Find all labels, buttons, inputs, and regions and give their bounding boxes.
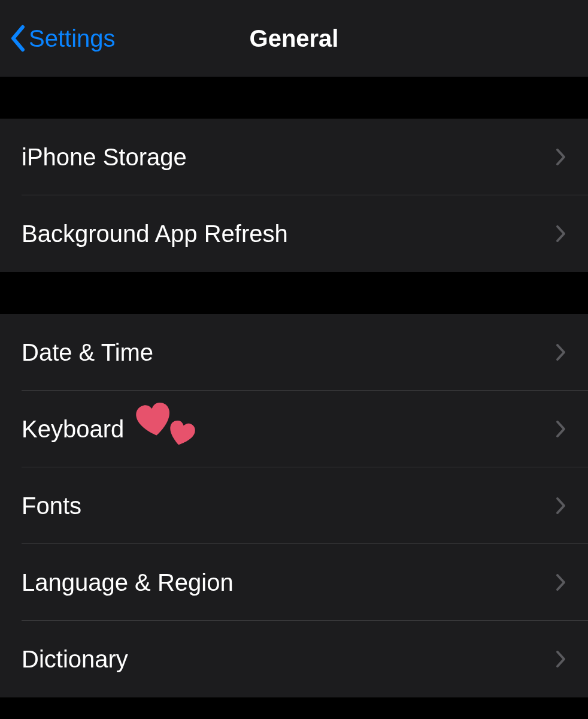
chevron-right-icon — [556, 225, 566, 243]
list-item-date-time[interactable]: Date & Time — [0, 314, 588, 391]
section-gap — [0, 272, 588, 314]
chevron-right-icon — [556, 148, 566, 166]
list-item-label: Background App Refresh — [22, 220, 288, 247]
list-item-label: Fonts — [22, 493, 81, 519]
list-item-language-region[interactable]: Language & Region — [0, 544, 588, 621]
chevron-right-icon — [556, 573, 566, 591]
back-button-label: Settings — [29, 25, 116, 52]
list-item-label: Keyboard — [22, 407, 207, 451]
navbar: Settings General — [0, 0, 588, 77]
list-item-iphone-storage[interactable]: iPhone Storage — [0, 119, 588, 195]
chevron-left-icon — [10, 25, 28, 52]
list-item-dictionary[interactable]: Dictionary — [0, 621, 588, 697]
list-item-label: Language & Region — [22, 569, 234, 596]
hearts-icon — [135, 407, 207, 451]
section-gap — [0, 77, 588, 119]
list-item-background-app-refresh[interactable]: Background App Refresh — [0, 195, 588, 272]
list-item-keyboard[interactable]: Keyboard — [0, 391, 588, 467]
list-item-label: iPhone Storage — [22, 144, 187, 171]
chevron-right-icon — [556, 650, 566, 668]
list-item-text: Keyboard — [22, 416, 124, 443]
list-group-input: Date & Time Keyboard Fonts Language — [0, 314, 588, 697]
section-gap — [0, 697, 588, 719]
list-item-fonts[interactable]: Fonts — [0, 467, 588, 544]
list-item-label: Dictionary — [22, 646, 128, 673]
list-item-label: Date & Time — [22, 339, 153, 366]
chevron-right-icon — [556, 497, 566, 515]
chevron-right-icon — [556, 420, 566, 438]
list-group-storage: iPhone Storage Background App Refresh — [0, 119, 588, 272]
back-button[interactable]: Settings — [10, 25, 116, 52]
chevron-right-icon — [556, 343, 566, 361]
